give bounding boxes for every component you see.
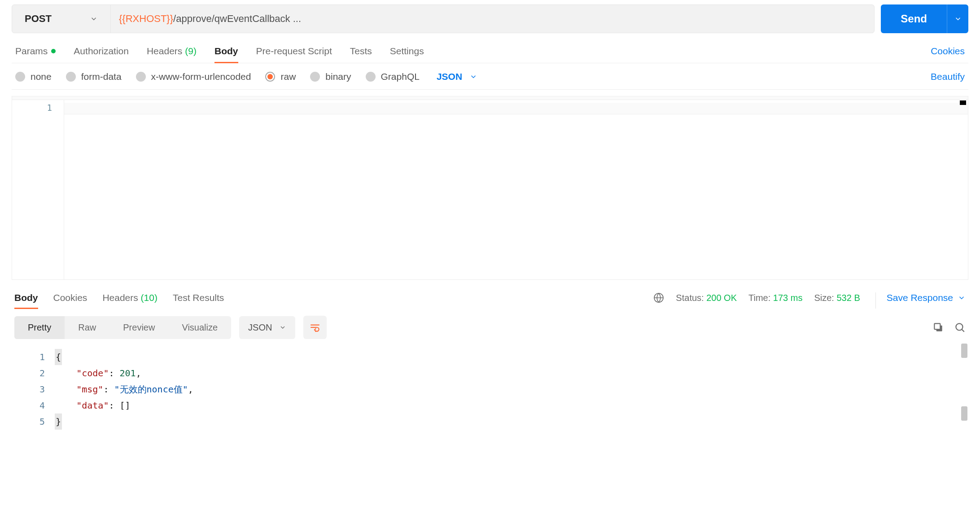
- radio-icon: [366, 72, 376, 82]
- response-gutter: 1 2 3 4 5: [12, 347, 55, 531]
- segment-visualize[interactable]: Visualize: [168, 316, 231, 339]
- svg-line-6: [962, 330, 964, 332]
- chevron-down-icon: [279, 324, 286, 331]
- editor-gutter: 1: [12, 100, 64, 279]
- response-tab-cookies[interactable]: Cookies: [53, 292, 88, 309]
- body-type-binary[interactable]: binary: [310, 71, 351, 82]
- scrollbar-thumb[interactable]: [961, 406, 967, 421]
- svg-rect-4: [934, 323, 940, 329]
- body-type-form-data[interactable]: form-data: [66, 71, 122, 82]
- size-label: Size: 532 B: [814, 293, 860, 303]
- response-tab-body[interactable]: Body: [14, 292, 38, 309]
- radio-icon: [136, 72, 146, 82]
- tab-params[interactable]: Params: [15, 46, 56, 63]
- send-button[interactable]: Send: [881, 4, 947, 33]
- segment-preview[interactable]: Preview: [109, 316, 168, 339]
- params-dot-icon: [51, 49, 56, 53]
- search-icon[interactable]: [954, 322, 966, 333]
- scrollbar-thumb[interactable]: [961, 344, 967, 358]
- tab-settings[interactable]: Settings: [390, 46, 424, 63]
- radio-icon: [310, 72, 320, 82]
- tab-tests[interactable]: Tests: [350, 46, 372, 63]
- wrap-lines-button[interactable]: [303, 316, 327, 339]
- http-method-select[interactable]: POST: [12, 5, 111, 33]
- tab-headers[interactable]: Headers (9): [147, 46, 197, 63]
- body-type-urlencoded[interactable]: x-www-form-urlencoded: [136, 71, 251, 82]
- editor-text-area[interactable]: [64, 100, 968, 279]
- status-label: Status: 200 OK: [676, 293, 737, 303]
- tab-authorization[interactable]: Authorization: [74, 46, 129, 63]
- svg-point-5: [956, 323, 962, 330]
- chevron-down-icon: [90, 15, 98, 23]
- chevron-down-icon: [469, 73, 477, 81]
- response-format-select[interactable]: JSON: [239, 316, 295, 339]
- response-tab-test-results[interactable]: Test Results: [173, 292, 224, 309]
- tab-body[interactable]: Body: [214, 46, 238, 63]
- beautify-link[interactable]: Beautify: [931, 71, 965, 82]
- segment-raw[interactable]: Raw: [65, 316, 109, 339]
- copy-icon[interactable]: [932, 322, 944, 333]
- response-tab-headers[interactable]: Headers (10): [102, 292, 158, 309]
- radio-icon: [66, 72, 76, 82]
- raw-format-select[interactable]: JSON: [437, 71, 477, 82]
- minimap-marker-icon: [960, 100, 966, 105]
- radio-icon: [15, 72, 25, 82]
- http-method-value: POST: [25, 13, 52, 25]
- radio-selected-icon: [265, 72, 275, 82]
- response-code-lines: { "code": 201, "msg": "无效的nonce值", "data…: [55, 347, 968, 531]
- save-response-button[interactable]: Save Response: [875, 292, 966, 309]
- body-type-graphql[interactable]: GraphQL: [366, 71, 420, 82]
- cookies-link[interactable]: Cookies: [931, 46, 965, 63]
- globe-icon[interactable]: [653, 292, 664, 303]
- body-type-raw[interactable]: raw: [265, 71, 296, 82]
- request-body-editor[interactable]: 1: [12, 96, 968, 280]
- tab-prerequest[interactable]: Pre-request Script: [256, 46, 332, 63]
- url-variable: {{RXHOST}}: [119, 13, 173, 25]
- segment-pretty[interactable]: Pretty: [14, 316, 65, 339]
- send-split-button[interactable]: [947, 4, 968, 33]
- time-label: Time: 173 ms: [748, 293, 802, 303]
- url-input[interactable]: {{RXHOST}}/approve/qwEventCallback ...: [111, 5, 874, 33]
- response-body-viewer[interactable]: 1 2 3 4 5 { "code": 201, "msg": "无效的nonc…: [12, 339, 968, 531]
- response-view-segment: Pretty Raw Preview Visualize: [14, 316, 231, 339]
- url-path-text: /approve/qwEventCallback ...: [173, 13, 301, 25]
- body-type-none[interactable]: none: [15, 71, 52, 82]
- chevron-down-icon: [958, 294, 966, 302]
